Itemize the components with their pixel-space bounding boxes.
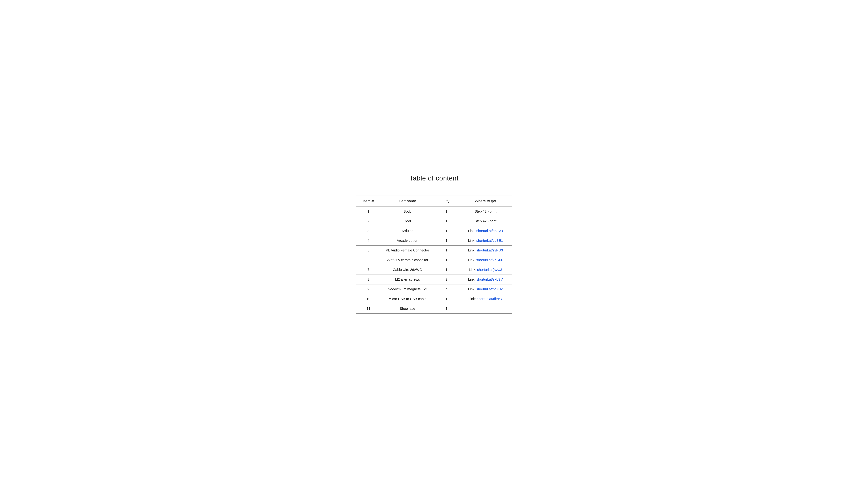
cell-qty-4: 1 (434, 236, 459, 246)
table-row: 7Cable wire 26AWG1Link: shorturl.at/jvzX… (356, 265, 512, 274)
table-row: 622nf 50v ceramic capacitor1Link: shortu… (356, 255, 512, 265)
table-row: 8M2 allen screws2Link: shorturl.at/sxLSV (356, 274, 512, 284)
col-header-item: Item # (356, 196, 381, 206)
cell-qty-7: 1 (434, 265, 459, 274)
cell-qty-6: 1 (434, 255, 459, 265)
col-header-part: Part name (381, 196, 434, 206)
cell-where-7[interactable]: Link: shorturl.at/jvzX3 (459, 265, 512, 274)
cell-item-6: 6 (356, 255, 381, 265)
table-row: 2Door1Step #2 - print (356, 216, 512, 226)
cell-part-8: M2 allen screws (381, 274, 434, 284)
page-title: Table of content (356, 174, 512, 182)
where-link-9[interactable]: shorturl.at/btGUZ (476, 287, 503, 291)
cell-part-3: Arduino (381, 226, 434, 236)
cell-item-8: 8 (356, 274, 381, 284)
cell-where-1: Step #2 - print (459, 206, 512, 216)
cell-where-3[interactable]: Link: shorturl.at/ehuyO (459, 226, 512, 236)
table-header-row: Item # Part name Qty Where to get (356, 196, 512, 206)
cell-where-5[interactable]: Link: shorturl.at/syPU3 (459, 246, 512, 255)
table-row: 5PL Audio Female Connector1Link: shortur… (356, 246, 512, 255)
content-table: Item # Part name Qty Where to get 1Body1… (356, 196, 512, 314)
where-prefix-10: Link: (468, 297, 477, 301)
cell-where-9[interactable]: Link: shorturl.at/btGUZ (459, 284, 512, 294)
where-link-8[interactable]: shorturl.at/sxLSV (476, 278, 503, 281)
cell-qty-2: 1 (434, 216, 459, 226)
cell-item-5: 5 (356, 246, 381, 255)
col-header-qty: Qty (434, 196, 459, 206)
cell-part-4: Arcade button (381, 236, 434, 246)
table-row: 11Shoe lace1 (356, 304, 512, 314)
table-row: 10Micro USB to USB cable1Link: shorturl.… (356, 294, 512, 304)
cell-part-11: Shoe lace (381, 304, 434, 314)
where-prefix-7: Link: (469, 268, 477, 271)
cell-item-9: 9 (356, 284, 381, 294)
table-row: 3Arduino1Link: shorturl.at/ehuyO (356, 226, 512, 236)
where-prefix-6: Link: (468, 258, 476, 262)
where-prefix-3: Link: (468, 229, 476, 233)
cell-qty-5: 1 (434, 246, 459, 255)
where-link-10[interactable]: shorturl.at/dkrBY (477, 297, 503, 301)
cell-part-6: 22nf 50v ceramic capacitor (381, 255, 434, 265)
page-container: Table of content Item # Part name Qty Wh… (356, 174, 512, 314)
cell-part-1: Body (381, 206, 434, 216)
cell-where-11 (459, 304, 512, 314)
cell-where-2: Step #2 - print (459, 216, 512, 226)
cell-part-7: Cable wire 26AWG (381, 265, 434, 274)
where-prefix-5: Link: (468, 248, 476, 252)
where-link-4[interactable]: shorturl.at/cdBE1 (476, 239, 503, 242)
cell-part-9: Neodymium magnets 8x3 (381, 284, 434, 294)
cell-where-6[interactable]: Link: shorturl.at/kKR06 (459, 255, 512, 265)
cell-qty-8: 2 (434, 274, 459, 284)
cell-qty-10: 1 (434, 294, 459, 304)
where-link-3[interactable]: shorturl.at/ehuyO (476, 229, 503, 233)
table-wrapper: Item # Part name Qty Where to get 1Body1… (356, 196, 512, 314)
cell-item-3: 3 (356, 226, 381, 236)
cell-part-2: Door (381, 216, 434, 226)
cell-qty-1: 1 (434, 206, 459, 216)
cell-qty-3: 1 (434, 226, 459, 236)
cell-qty-11: 1 (434, 304, 459, 314)
cell-item-1: 1 (356, 206, 381, 216)
cell-item-11: 11 (356, 304, 381, 314)
cell-item-4: 4 (356, 236, 381, 246)
title-section: Table of content (356, 174, 512, 185)
where-prefix-8: Link: (468, 278, 476, 281)
cell-where-8[interactable]: Link: shorturl.at/sxLSV (459, 274, 512, 284)
table-row: 4Arcade button1Link: shorturl.at/cdBE1 (356, 236, 512, 246)
where-link-6[interactable]: shorturl.at/kKR06 (476, 258, 503, 262)
where-link-5[interactable]: shorturl.at/syPU3 (476, 248, 503, 252)
cell-where-10[interactable]: Link: shorturl.at/dkrBY (459, 294, 512, 304)
cell-qty-9: 4 (434, 284, 459, 294)
col-header-where: Where to get (459, 196, 512, 206)
where-prefix-9: Link: (468, 287, 476, 291)
cell-item-10: 10 (356, 294, 381, 304)
table-row: 1Body1Step #2 - print (356, 206, 512, 216)
cell-part-5: PL Audio Female Connector (381, 246, 434, 255)
table-row: 9Neodymium magnets 8x34Link: shorturl.at… (356, 284, 512, 294)
cell-where-4[interactable]: Link: shorturl.at/cdBE1 (459, 236, 512, 246)
where-link-7[interactable]: shorturl.at/jvzX3 (477, 268, 502, 271)
cell-part-10: Micro USB to USB cable (381, 294, 434, 304)
cell-item-7: 7 (356, 265, 381, 274)
cell-item-2: 2 (356, 216, 381, 226)
where-prefix-4: Link: (468, 239, 476, 242)
title-underline (404, 185, 464, 185)
